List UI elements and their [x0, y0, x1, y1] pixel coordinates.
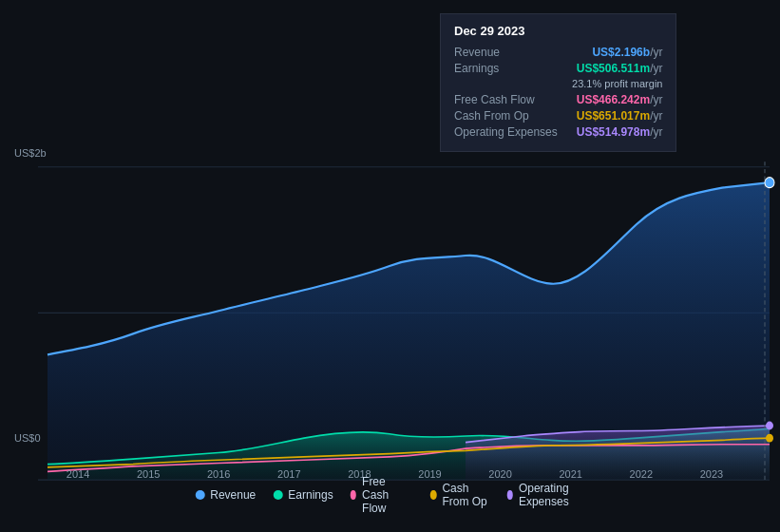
- tooltip-date: Dec 29 2023: [454, 24, 662, 38]
- legend-opex-label: Operating Expenses: [519, 482, 585, 508]
- legend-opex-dot: [507, 490, 513, 500]
- tooltip-cashop-value: US$651.017m/yr: [577, 109, 663, 123]
- svg-point-6: [766, 434, 773, 443]
- tooltip: Dec 29 2023 Revenue US$2.196b/yr Earning…: [440, 13, 676, 152]
- tooltip-revenue-value: US$2.196b/yr: [592, 46, 662, 59]
- tooltip-fcf-label: Free Cash Flow: [454, 93, 535, 106]
- legend-cashop-dot: [430, 490, 436, 500]
- y-axis-bottom-label: US$0: [14, 432, 41, 444]
- y-axis-top-label: US$2b: [14, 147, 47, 159]
- legend-cashop[interactable]: Cash From Op: [430, 482, 489, 508]
- legend: Revenue Earnings Free Cash Flow Cash Fro…: [195, 475, 585, 515]
- tooltip-cashop-row: Cash From Op US$651.017m/yr: [454, 109, 662, 123]
- tooltip-opex-value: US$514.978m/yr: [577, 125, 663, 139]
- tooltip-earnings-row: Earnings US$506.511m/yr: [454, 62, 662, 75]
- tooltip-margin: 23.1% profit margin: [454, 78, 662, 89]
- x-tick-2022: 2022: [630, 468, 653, 480]
- tooltip-revenue-label: Revenue: [454, 46, 500, 59]
- legend-fcf-label: Free Cash Flow: [362, 475, 413, 515]
- legend-revenue-label: Revenue: [210, 488, 256, 502]
- tooltip-fcf-value: US$466.242m/yr: [577, 93, 663, 106]
- svg-point-5: [765, 178, 774, 188]
- tooltip-revenue-row: Revenue US$2.196b/yr: [454, 46, 662, 59]
- tooltip-fcf-row: Free Cash Flow US$466.242m/yr: [454, 93, 662, 106]
- legend-earnings-label: Earnings: [288, 488, 333, 502]
- legend-opex[interactable]: Operating Expenses: [507, 482, 585, 508]
- legend-fcf-dot: [351, 490, 356, 500]
- legend-earnings[interactable]: Earnings: [273, 488, 333, 502]
- tooltip-earnings-value: US$506.511m/yr: [577, 62, 663, 75]
- legend-cashop-label: Cash From Op: [442, 482, 489, 508]
- legend-fcf[interactable]: Free Cash Flow: [351, 475, 413, 515]
- legend-revenue-dot: [195, 490, 204, 500]
- tooltip-opex-row: Operating Expenses US$514.978m/yr: [454, 125, 662, 139]
- x-tick-2014: 2014: [67, 468, 89, 480]
- x-tick-2023: 2023: [700, 468, 723, 480]
- svg-point-7: [766, 422, 773, 430]
- x-tick-2015: 2015: [137, 468, 160, 480]
- tooltip-earnings-label: Earnings: [454, 62, 499, 75]
- chart-container: US$2b US$0 2014 2015 2016 2017 2018 2019…: [0, 0, 780, 532]
- legend-revenue[interactable]: Revenue: [195, 488, 256, 502]
- legend-earnings-dot: [273, 490, 282, 500]
- tooltip-cashop-label: Cash From Op: [454, 109, 529, 123]
- tooltip-opex-label: Operating Expenses: [454, 125, 558, 139]
